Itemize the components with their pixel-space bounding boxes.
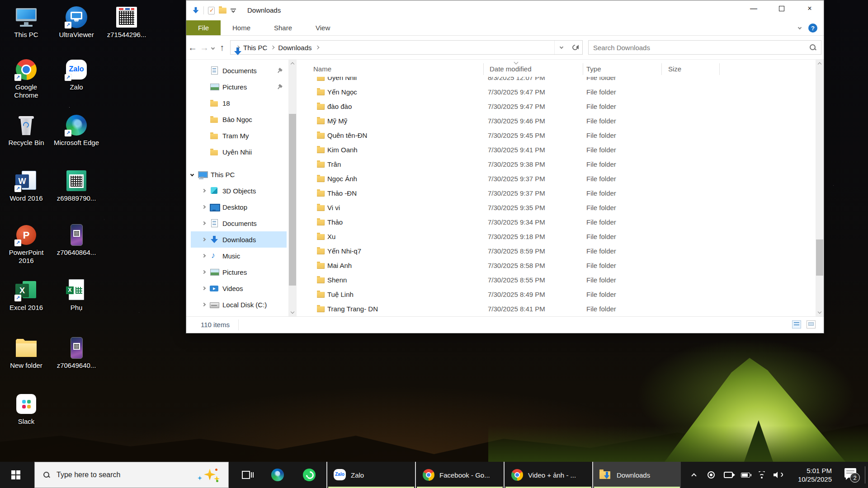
nav-item[interactable]: Pictures (191, 264, 287, 280)
tab-view[interactable]: View (304, 20, 342, 35)
address-dropdown-icon[interactable] (554, 41, 568, 54)
file-row[interactable]: Xu 7/30/2025 9:18 PM File folder (297, 229, 816, 244)
tab-file[interactable]: File (186, 20, 221, 35)
nav-item[interactable]: 3D Objects (191, 183, 287, 199)
copilot-sparkles-icon[interactable] (198, 469, 218, 482)
file-list-scrollbar[interactable] (816, 60, 824, 316)
nav-item[interactable]: Downloads (191, 231, 287, 248)
maximize-button[interactable] (768, 0, 796, 17)
file-row[interactable]: Trân 7/30/2025 9:38 PM File folder (297, 157, 816, 171)
battery-icon[interactable] (738, 462, 753, 488)
desktop-icon[interactable]: New folder (3, 336, 50, 370)
desktop-icon[interactable]: Excel 2016 (3, 278, 50, 312)
taskbar-whatsapp-button[interactable] (297, 462, 322, 488)
desktop-icon[interactable]: Zalo (53, 58, 100, 91)
nav-item[interactable]: Local Disk (C:) (191, 296, 287, 313)
nav-item[interactable]: Tram My (191, 127, 287, 144)
up-button[interactable]: ↑ (220, 36, 224, 59)
breadcrumb-downloads[interactable]: Downloads (276, 44, 313, 52)
chevron-down-icon[interactable] (231, 9, 235, 13)
expand-chevron-icon[interactable] (202, 270, 206, 274)
nav-item[interactable]: Documents (191, 62, 287, 79)
file-row[interactable]: Mai Anh 7/30/2025 8:58 PM File folder (297, 258, 816, 272)
desktop-icon[interactable]: PowerPoint 2016 (3, 223, 50, 265)
desktop-icon[interactable]: Microsoft Edge (53, 113, 100, 147)
taskbar-app-button[interactable]: Downloads (592, 462, 681, 488)
file-row[interactable]: Thảo -ĐN 7/30/2025 9:37 PM File folder (297, 186, 816, 200)
file-row[interactable]: Yến Nhi-q7 7/30/2025 8:59 PM File folder (297, 244, 816, 258)
minimize-button[interactable]: — (740, 0, 768, 17)
address-bar[interactable]: This PC Downloads (230, 40, 583, 55)
scroll-up-icon[interactable] (288, 60, 297, 67)
help-icon[interactable]: ? (808, 23, 817, 33)
nav-item[interactable]: Desktop (191, 199, 287, 215)
expand-chevron-icon[interactable] (202, 238, 206, 241)
title-bar[interactable]: Downloads — × (186, 0, 824, 20)
desktop-icon[interactable]: Phụ (53, 278, 100, 312)
nav-scrollbar[interactable] (288, 60, 297, 316)
column-header-date-modified[interactable]: Date modified (490, 65, 532, 73)
taskbar-app-button[interactable]: Facebook - Go... (415, 462, 504, 488)
column-header-size[interactable]: Size (668, 65, 681, 73)
file-row[interactable]: Uyên Nhii 8/3/2025 12:07 PM File folder (297, 77, 816, 84)
expand-chevron-icon[interactable] (202, 221, 206, 225)
desktop-icon[interactable]: Slack (3, 392, 50, 426)
taskbar-app-button[interactable]: Zalo (326, 462, 415, 488)
start-button[interactable] (0, 462, 32, 488)
close-button[interactable]: × (796, 0, 824, 17)
file-row[interactable]: Trang Trang- DN 7/30/2025 8:41 PM File f… (297, 301, 816, 316)
scroll-down-icon[interactable] (816, 309, 824, 316)
file-row[interactable]: Kim Oanh 7/30/2025 9:41 PM File folder (297, 142, 816, 157)
tab-home[interactable]: Home (221, 20, 262, 35)
volume-icon[interactable] (770, 462, 786, 488)
nav-item[interactable]: Videos (191, 280, 287, 296)
file-row[interactable]: đào đào 7/30/2025 9:47 PM File folder (297, 99, 816, 113)
desktop-icon[interactable]: Recycle Bin (3, 113, 50, 147)
file-row[interactable]: Ngọc Ánh 7/30/2025 9:37 PM File folder (297, 171, 816, 186)
expand-chevron-icon[interactable] (202, 189, 206, 192)
file-row[interactable]: Mỹ Mỹ 7/30/2025 9:46 PM File folder (297, 113, 816, 128)
scrollbar-thumb[interactable] (289, 114, 296, 286)
desktop-icon[interactable]: Word 2016 (3, 169, 50, 202)
search-box[interactable]: Search Downloads (588, 40, 821, 55)
file-row[interactable]: Thảo 7/30/2025 9:34 PM File folder (297, 215, 816, 229)
column-header-type[interactable]: Type (586, 65, 601, 73)
search-icon[interactable] (809, 44, 816, 51)
record-tray-icon[interactable] (703, 462, 719, 488)
refresh-icon[interactable] (571, 44, 579, 52)
nav-item[interactable]: This PC (191, 166, 287, 183)
tray-overflow-button[interactable] (686, 462, 702, 488)
task-view-button[interactable] (233, 462, 259, 488)
expand-chevron-icon[interactable] (190, 173, 194, 176)
forward-button[interactable]: → (200, 36, 209, 59)
qat-properties-icon[interactable] (208, 7, 215, 14)
expand-chevron-icon[interactable] (202, 303, 206, 306)
desktop-icon[interactable]: z70640864... (53, 223, 100, 257)
screen-capture-tray-icon[interactable] (721, 462, 736, 488)
nav-item[interactable]: Bảo Ngọc (191, 111, 287, 127)
back-button[interactable]: ← (188, 36, 197, 59)
taskbar-clock[interactable]: 5:01 PM 10/25/2025 (798, 462, 832, 488)
breadcrumb-this-pc[interactable]: This PC (241, 44, 269, 52)
wifi-icon[interactable] (754, 462, 769, 488)
desktop-icon[interactable]: z70649640... (53, 336, 100, 370)
details-view-button[interactable] (792, 320, 801, 328)
column-header-name[interactable]: Name (313, 65, 331, 73)
expand-ribbon-icon[interactable] (798, 25, 802, 29)
taskbar-search[interactable]: Type here to search (34, 462, 229, 488)
scroll-up-icon[interactable] (816, 60, 824, 67)
expand-chevron-icon[interactable] (202, 254, 206, 258)
desktop-icon[interactable]: z71544296... (103, 5, 150, 39)
scrollbar-thumb[interactable] (816, 239, 823, 276)
nav-item[interactable]: 18 (191, 95, 287, 111)
file-row[interactable]: Quên tên-ĐN 7/30/2025 9:45 PM File folde… (297, 128, 816, 142)
action-center-button[interactable]: 2 (844, 468, 858, 480)
file-row[interactable]: Vi vi 7/30/2025 9:35 PM File folder (297, 200, 816, 215)
tab-share[interactable]: Share (262, 20, 304, 35)
thumbnails-view-button[interactable] (807, 320, 816, 328)
file-row[interactable]: Tuệ Linh 7/30/2025 8:49 PM File folder (297, 287, 816, 301)
qat-new-folder-icon[interactable] (219, 8, 226, 14)
desktop-icon[interactable]: z69889790... (53, 169, 100, 202)
expand-chevron-icon[interactable] (202, 286, 206, 290)
taskbar-edge-button[interactable] (265, 462, 290, 488)
